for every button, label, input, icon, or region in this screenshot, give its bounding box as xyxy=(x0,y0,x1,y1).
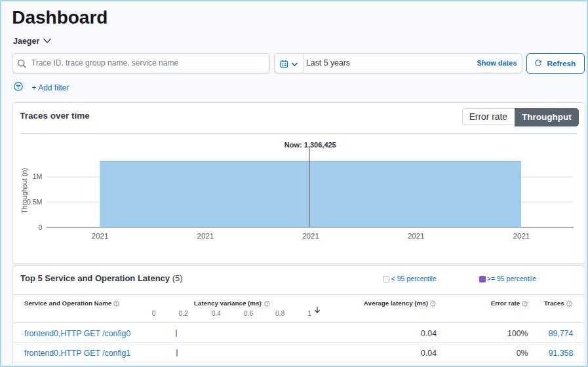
svg-text:0: 0 xyxy=(38,223,42,231)
svg-text:0.5M: 0.5M xyxy=(26,198,41,206)
svg-text:2021: 2021 xyxy=(197,232,214,240)
svg-text:2021: 2021 xyxy=(302,232,319,240)
svg-text:Throughput (n): Throughput (n) xyxy=(20,168,28,213)
svg-text:2021: 2021 xyxy=(407,232,424,240)
svg-text:2021: 2021 xyxy=(91,232,108,240)
svg-text:Now: 1,306,425: Now: 1,306,425 xyxy=(284,141,336,149)
svg-text:1M: 1M xyxy=(32,172,42,180)
svg-text:2021: 2021 xyxy=(513,232,530,240)
